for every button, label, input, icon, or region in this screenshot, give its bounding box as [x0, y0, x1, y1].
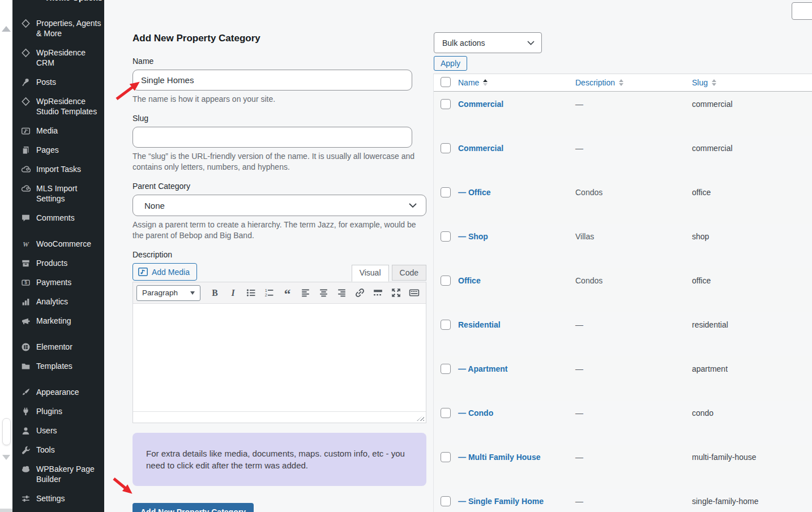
align-center-icon[interactable] — [315, 285, 332, 301]
select-all-checkbox[interactable] — [441, 77, 451, 87]
category-name-link[interactable]: Residential — [458, 320, 501, 329]
payments-icon: $ — [20, 277, 31, 287]
bulk-actions-select[interactable]: Bulk actions — [434, 32, 542, 53]
sidebar-item[interactable]: Elementor — [12, 337, 104, 356]
row-checkbox[interactable] — [441, 320, 451, 330]
link-icon[interactable] — [351, 285, 368, 301]
sidebar-item[interactable]: WPBakery Page Builder — [12, 459, 104, 489]
column-header-description[interactable]: Description — [575, 78, 623, 87]
description-textarea[interactable] — [133, 304, 426, 411]
bulk-actions-value: Bulk actions — [442, 38, 485, 48]
column-header-name[interactable]: Name — [458, 78, 488, 87]
toolbar-toggle-icon[interactable] — [405, 285, 422, 301]
sidebar-item[interactable]: W WooCommerce — [12, 234, 104, 253]
read-more-icon[interactable] — [369, 285, 386, 301]
svg-text:I: I — [230, 288, 235, 298]
sidebar-item[interactable]: Marketing — [12, 311, 104, 330]
sidebar-item-label: WPBakery Page Builder — [36, 464, 101, 484]
add-new-property-category-button[interactable]: Add New Property Category — [133, 503, 254, 512]
row-checkbox[interactable] — [441, 143, 451, 153]
add-category-form: Add New Property Category Name The name … — [133, 29, 426, 512]
category-name-link[interactable]: — Office — [458, 188, 491, 197]
sidebar-item[interactable]: Users — [12, 421, 104, 440]
sidebar-item[interactable]: Products — [12, 253, 104, 273]
slug-label: Slug — [133, 114, 426, 123]
category-description: — — [575, 92, 692, 136]
apply-button[interactable]: Apply — [434, 56, 467, 71]
resize-grip-icon[interactable] — [417, 415, 424, 421]
slug-input[interactable] — [133, 127, 412, 148]
scrollbar-corner — [0, 509, 12, 512]
row-checkbox[interactable] — [441, 496, 451, 506]
scroll-up-arrow-icon[interactable] — [2, 26, 11, 32]
category-name-link[interactable]: — Single Family Home — [458, 497, 544, 506]
italic-icon[interactable]: I — [224, 285, 241, 301]
add-media-button[interactable]: Add Media — [133, 263, 197, 281]
category-name-link[interactable]: Commercial — [458, 100, 503, 109]
scrollbar-thumb[interactable] — [2, 418, 11, 445]
row-checkbox[interactable] — [441, 364, 451, 374]
category-slug: multi-family-house — [692, 445, 812, 489]
sidebar-item[interactable]: Tools — [12, 440, 104, 459]
category-description: Villas — [575, 224, 692, 268]
name-label: Name — [133, 57, 426, 66]
category-name-link[interactable]: — Multi Family House — [458, 453, 540, 462]
tools-icon — [20, 445, 31, 455]
parent-category-label: Parent Category — [133, 182, 426, 191]
blockquote-icon[interactable]: “ — [279, 285, 296, 301]
row-checkbox[interactable] — [441, 408, 451, 418]
column-header-slug[interactable]: Slug — [692, 78, 716, 87]
row-checkbox[interactable] — [441, 452, 451, 462]
sidebar-item[interactable]: Templates — [12, 356, 104, 376]
sidebar-item[interactable]: Plugins — [12, 402, 104, 421]
sidebar-item[interactable]: $ Payments — [12, 273, 104, 292]
category-name-link[interactable]: Office — [458, 276, 481, 285]
sidebar-item[interactable]: Settings — [12, 489, 104, 508]
sidebar-item[interactable]: WpResidence CRM — [12, 43, 104, 72]
category-name-link[interactable]: — Condo — [458, 408, 493, 418]
bold-icon[interactable]: B — [206, 285, 223, 301]
sidebar-item[interactable]: WpResidence Studio Templates — [12, 92, 104, 121]
sidebar-item[interactable]: MLS Import Settings — [12, 179, 104, 208]
name-input[interactable] — [133, 70, 412, 91]
fullscreen-icon[interactable] — [387, 285, 404, 301]
sidebar-item-label: Comments — [36, 213, 101, 223]
align-right-icon[interactable] — [333, 285, 350, 301]
tab-code[interactable]: Code — [392, 265, 426, 281]
tab-visual[interactable]: Visual — [352, 265, 389, 282]
sidebar-item-label: Payments — [36, 277, 101, 287]
scroll-down-arrow-icon[interactable] — [2, 455, 10, 460]
templates-icon — [20, 361, 31, 371]
align-left-icon[interactable] — [297, 285, 314, 301]
parent-category-select[interactable]: None — [133, 195, 426, 216]
sidebar-item-label: Properties, Agents & More — [36, 18, 101, 38]
sidebar-item[interactable]: Import Tasks — [12, 160, 104, 179]
cloud-import-icon — [20, 164, 31, 174]
bulleted-list-icon[interactable] — [242, 285, 259, 301]
numbered-list-icon[interactable]: 12 — [260, 285, 277, 301]
row-checkbox[interactable] — [441, 276, 451, 286]
toolbar-buttons: BI12“ — [206, 285, 422, 301]
sidebar-item[interactable]: Appearance — [12, 382, 104, 402]
category-name-link[interactable]: — Apartment — [458, 364, 507, 373]
category-description: — — [575, 445, 692, 489]
sidebar-item-theme-options[interactable]: Theme Options — [45, 0, 102, 2]
sidebar-item[interactable]: Comments — [12, 208, 104, 227]
sort-icons — [712, 79, 716, 86]
name-help-text: The name is how it appears on your site. — [133, 94, 426, 105]
paragraph-format-select[interactable]: Paragraph — [136, 285, 200, 301]
sidebar-item[interactable]: Analytics — [12, 292, 104, 311]
category-name-link[interactable]: — Shop — [458, 232, 488, 241]
sidebar-item[interactable]: Media — [12, 121, 104, 140]
svg-text:“: “ — [284, 287, 290, 299]
category-description: Condos — [575, 268, 692, 312]
sidebar-item[interactable]: Posts — [12, 72, 104, 92]
row-checkbox[interactable] — [441, 187, 451, 197]
row-checkbox[interactable] — [441, 99, 451, 109]
sidebar-item[interactable]: Properties, Agents & More — [12, 14, 104, 43]
sidebar-item[interactable]: Pages — [12, 140, 104, 160]
woocommerce-icon: W — [20, 239, 31, 249]
row-checkbox[interactable] — [441, 231, 451, 242]
category-name-link[interactable]: Commercial — [458, 144, 503, 153]
partial-search-box[interactable] — [792, 2, 812, 20]
